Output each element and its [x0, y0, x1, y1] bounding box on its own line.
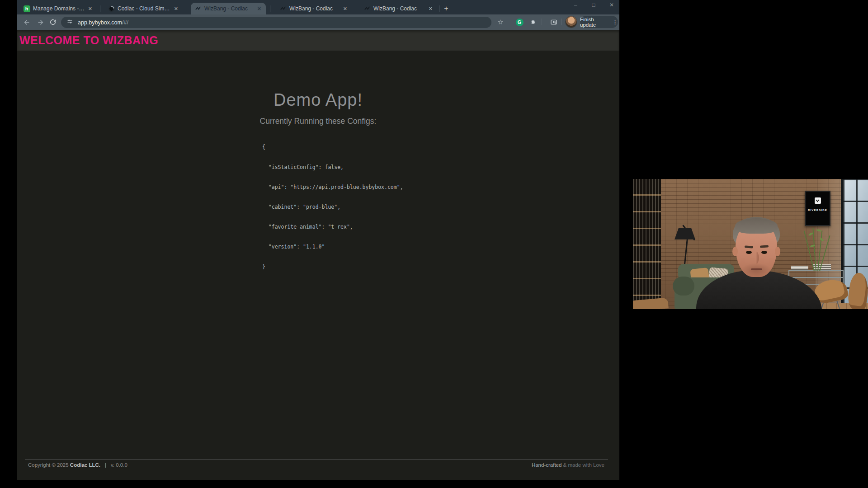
tab-separator — [100, 5, 100, 12]
wizbang-favicon-icon — [279, 5, 287, 12]
tab-separator — [270, 5, 270, 12]
riverside-brand-text: RIVERSIDE — [806, 209, 830, 211]
person-ear — [775, 247, 780, 256]
bookshelf — [633, 179, 661, 309]
tab-title: WizBang - Codiac — [204, 5, 254, 12]
close-window-button[interactable]: ✕ — [607, 2, 617, 8]
new-tab-button[interactable]: + — [441, 4, 452, 14]
reload-button[interactable] — [48, 18, 57, 26]
tab-close-icon[interactable]: ✕ — [87, 6, 93, 12]
webcam-scene: RIVERSIDE — [633, 179, 868, 309]
url-text: app.bybybox.com/#/ — [78, 19, 128, 26]
hover-favicon-icon: h — [23, 5, 30, 12]
grammarly-extension-icon[interactable]: G — [515, 18, 524, 26]
config-line: { — [262, 144, 403, 150]
copyright-text: Copyright © 2025 — [28, 462, 70, 468]
browser-frame: h Manage Domains - Hover ✕ Codiac - Clou… — [17, 0, 619, 30]
person-eye — [761, 251, 767, 254]
tab-close-icon[interactable]: ✕ — [342, 6, 348, 12]
page-title: Demo App! — [17, 90, 619, 110]
config-json-block: { "isStaticConfig": false, "api": "https… — [262, 131, 403, 283]
banner-text: WELCOME TO WIZBANG — [19, 34, 158, 47]
footer-right-text: Hand-crafted & made with Love — [532, 462, 604, 468]
webcam-video-overlay: RIVERSIDE — [633, 177, 868, 311]
person-jaw-shadow — [741, 263, 771, 277]
finish-update-button[interactable]: Finish update ⋮ — [580, 16, 618, 28]
config-line: } — [262, 263, 403, 270]
config-line: "api": "https://api.prod-blue.bybybox.co… — [262, 184, 403, 191]
tab-wizbang-2[interactable]: WizBang - Codiac ✕ — [276, 3, 352, 14]
wizbang-favicon-icon — [194, 5, 202, 12]
url-bar[interactable]: app.bybybox.com/#/ — [61, 17, 491, 28]
toolbar-separator — [542, 19, 542, 25]
version-text: v. 0.0.0 — [111, 462, 127, 468]
plant — [806, 227, 826, 271]
back-button[interactable] — [22, 18, 31, 26]
tab-title: Codiac - Cloud Simple — [118, 5, 170, 12]
tab-wizbang-3[interactable]: WizBang - Codiac ✕ — [360, 3, 437, 14]
browser-window: h Manage Domains - Hover ✕ Codiac - Clou… — [17, 0, 619, 480]
config-line: "cabinet": "prod-blue", — [262, 204, 403, 211]
profile-avatar[interactable] — [566, 16, 577, 28]
company-name: Codiac LLC. — [70, 462, 100, 468]
footer-divider — [25, 459, 608, 460]
tab-wizbang-active[interactable]: WizBang - Codiac ✕ — [191, 3, 266, 14]
page-subtitle: Currently Running these Configs: — [17, 117, 619, 126]
wizbang-favicon-icon — [363, 5, 371, 12]
tab-close-icon[interactable]: ✕ — [256, 6, 262, 12]
person-hair-top — [735, 218, 778, 234]
tab-strip: h Manage Domains - Hover ✕ Codiac - Clou… — [17, 0, 619, 14]
tab-title: WizBang - Codiac — [289, 5, 340, 12]
couch-armrest — [673, 277, 694, 296]
tune-icon[interactable] — [66, 18, 73, 27]
person-eye — [746, 251, 752, 254]
tab-title: Manage Domains - Hover — [33, 5, 85, 12]
finish-update-label: Finish update — [580, 17, 610, 28]
toolbar-separator — [561, 19, 561, 25]
footer-separator: | — [105, 462, 106, 468]
browser-toolbar: app.bybybox.com/#/ ☆ G Finish update ⋮ — [17, 14, 619, 30]
tab-separator — [356, 5, 356, 12]
person-ear — [732, 247, 738, 256]
person-mouth — [751, 268, 762, 270]
person-nose — [754, 252, 759, 264]
menu-dots-icon[interactable]: ⋮ — [612, 19, 618, 25]
tab-close-icon[interactable]: ✕ — [428, 6, 434, 12]
tab-separator — [439, 5, 439, 12]
window-controls: – □ ✕ — [571, 2, 617, 8]
page-footer: Copyright © 2025 Codiac LLC.|v. 0.0.0 Ha… — [28, 462, 608, 470]
extensions-puzzle-icon[interactable] — [528, 18, 538, 26]
tab-close-icon[interactable]: ✕ — [173, 6, 179, 12]
maximize-button[interactable]: □ — [589, 2, 599, 8]
config-line: "isStaticConfig": false, — [262, 164, 403, 171]
riverside-logo-icon — [815, 197, 821, 204]
codiac-favicon-icon — [108, 5, 115, 12]
tab-title: WizBang - Codiac — [373, 5, 425, 12]
config-line: "favorite-animal": "t-rex", — [262, 224, 403, 230]
config-line: "version": "1.1.0" — [262, 244, 403, 250]
tab-manage-domains[interactable]: h Manage Domains - Hover ✕ — [19, 3, 97, 14]
welcome-banner: WELCOME TO WIZBANG — [17, 30, 619, 51]
forward-button[interactable] — [36, 18, 45, 26]
tab-codiac-cloud[interactable]: Codiac - Cloud Simple ✕ — [104, 3, 183, 14]
minimize-button[interactable]: – — [571, 2, 580, 8]
riverside-poster: RIVERSIDE — [805, 191, 830, 226]
bookmark-star-icon[interactable]: ☆ — [496, 18, 505, 26]
screen-search-icon[interactable] — [549, 18, 558, 26]
